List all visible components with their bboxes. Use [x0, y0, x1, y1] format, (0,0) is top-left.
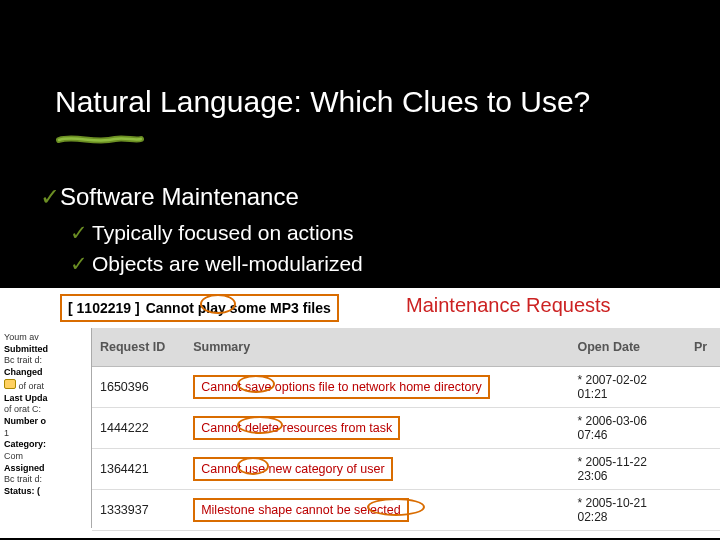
bullet-text: Typically focused on actions [92, 221, 353, 244]
cell-summary: Cannot delete resources from task [185, 407, 569, 448]
cell-open-date: * 2005-10-21 02:28 [570, 489, 686, 530]
cell-summary: Milestone shape cannot be selected [185, 489, 569, 530]
cell-request-id: 1650396 [92, 366, 185, 407]
bullet-list: ✓ Software Maintenance ✓ Typically focus… [0, 147, 720, 278]
table-row: 1444222 Cannot delete resources from tas… [92, 407, 720, 448]
cell-request-id: 1444222 [92, 407, 185, 448]
bug-id: [ 1102219 ] [68, 300, 140, 316]
maintenance-requests-label: Maintenance Requests [406, 294, 611, 317]
col-open-date: Open Date [570, 328, 686, 366]
table-header-row: Request ID Summary Open Date Pr [92, 328, 720, 366]
table-row: 1333937 Milestone shape cannot be select… [92, 489, 720, 530]
embedded-screenshot: [ 1102219 ] Cannot play some MP3 files M… [0, 288, 720, 538]
check-icon: ✓ [70, 250, 88, 278]
bullet-level2: ✓ Objects are well-modularized [40, 250, 720, 278]
check-icon: ✓ [40, 181, 60, 213]
table-row: 1364421 Cannot use new category of user … [92, 448, 720, 489]
col-request-id: Request ID [92, 328, 185, 366]
check-icon: ✓ [70, 219, 88, 247]
bullet-text: Software Maintenance [60, 183, 299, 210]
cell-open-date: * 2007-02-02 01:21 [570, 366, 686, 407]
folder-icon [4, 379, 16, 389]
bug-title: Cannot play some MP3 files [146, 300, 331, 316]
table-row: 1650396 Cannot save options file to netw… [92, 366, 720, 407]
detail-fragment: Youm av Submitted Bc trait d: Changed of… [0, 328, 92, 528]
cell-open-date: * 2006-03-06 07:46 [570, 407, 686, 448]
cell-request-id: 1333937 [92, 489, 185, 530]
title-underline [55, 133, 720, 147]
bug-header-box: [ 1102219 ] Cannot play some MP3 files [60, 294, 339, 322]
cell-open-date: * 2005-11-22 23:06 [570, 448, 686, 489]
cell-summary: Cannot use new category of user [185, 448, 569, 489]
bullet-level2: ✓ Typically focused on actions [40, 219, 720, 247]
cell-request-id: 1364421 [92, 448, 185, 489]
slide-title: Natural Language: Which Clues to Use? [0, 0, 720, 127]
requests-table: Request ID Summary Open Date Pr 1650396 … [92, 328, 720, 531]
bullet-level1: ✓ Software Maintenance [40, 181, 720, 213]
bullet-text: Objects are well-modularized [92, 252, 363, 275]
cell-summary: Cannot save options file to network home… [185, 366, 569, 407]
slide: Natural Language: Which Clues to Use? ✓ … [0, 0, 720, 538]
col-pr: Pr [686, 328, 720, 366]
col-summary: Summary [185, 328, 569, 366]
